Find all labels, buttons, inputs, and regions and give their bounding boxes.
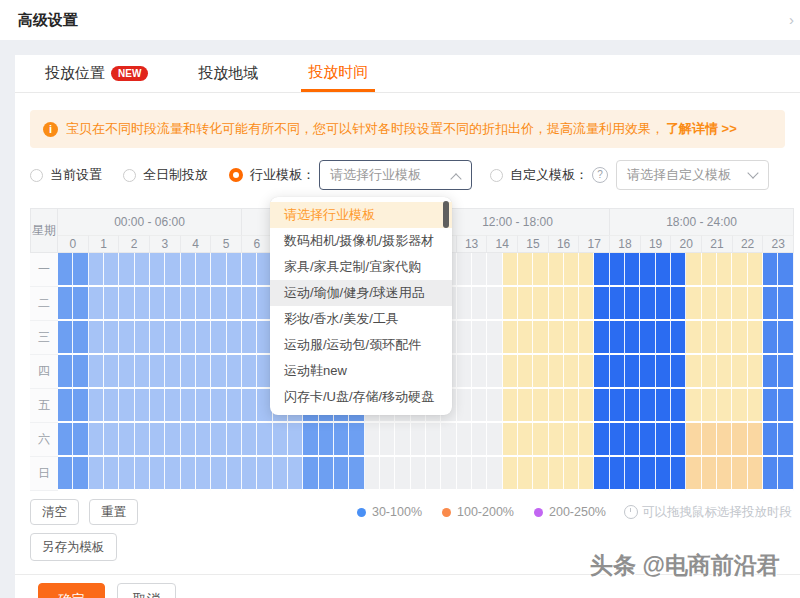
schedule-cell[interactable] (732, 389, 747, 423)
schedule-cell[interactable] (763, 253, 778, 287)
schedule-cell[interactable] (717, 457, 732, 491)
schedule-cell[interactable] (119, 457, 134, 491)
schedule-cell[interactable] (119, 423, 134, 457)
schedule-cell[interactable] (671, 423, 686, 457)
schedule-cell[interactable] (533, 423, 548, 457)
schedule-cell[interactable] (503, 389, 518, 423)
schedule-cell[interactable] (549, 423, 564, 457)
schedule-cell[interactable] (625, 253, 640, 287)
schedule-cell[interactable] (533, 287, 548, 321)
schedule-cell[interactable] (441, 457, 456, 491)
schedule-cell[interactable] (549, 321, 564, 355)
schedule-cell[interactable] (625, 389, 640, 423)
schedule-cell[interactable] (135, 457, 150, 491)
schedule-cell[interactable] (119, 287, 134, 321)
schedule-cell[interactable] (640, 253, 655, 287)
schedule-cell[interactable] (227, 253, 242, 287)
schedule-cell[interactable] (763, 321, 778, 355)
schedule-cell[interactable] (119, 253, 134, 287)
schedule-cell[interactable] (104, 253, 119, 287)
schedule-cell[interactable] (211, 287, 226, 321)
schedule-cell[interactable] (395, 457, 410, 491)
radio-industry-template[interactable] (229, 168, 243, 182)
schedule-cell[interactable] (196, 321, 211, 355)
schedule-cell[interactable] (778, 457, 793, 491)
schedule-cell[interactable] (73, 287, 88, 321)
schedule-cell[interactable] (625, 287, 640, 321)
schedule-cell[interactable] (549, 457, 564, 491)
schedule-cell[interactable] (686, 287, 701, 321)
schedule-cell[interactable] (135, 321, 150, 355)
schedule-cell[interactable] (380, 457, 395, 491)
dropdown-scrollbar[interactable] (443, 201, 449, 228)
schedule-cell[interactable] (610, 423, 625, 457)
schedule-cell[interactable] (579, 355, 594, 389)
schedule-cell[interactable] (135, 287, 150, 321)
schedule-cell[interactable] (411, 423, 426, 457)
schedule-cell[interactable] (472, 457, 487, 491)
schedule-cell[interactable] (58, 321, 73, 355)
schedule-cell[interactable] (686, 321, 701, 355)
custom-template-select[interactable]: 请选择自定义模板 (616, 160, 769, 190)
schedule-cell[interactable] (487, 321, 502, 355)
schedule-cell[interactable] (732, 355, 747, 389)
schedule-cell[interactable] (702, 355, 717, 389)
schedule-cell[interactable] (748, 457, 763, 491)
schedule-cell[interactable] (732, 321, 747, 355)
schedule-cell[interactable] (303, 457, 318, 491)
schedule-cell[interactable] (181, 253, 196, 287)
schedule-cell[interactable] (610, 321, 625, 355)
schedule-cell[interactable] (196, 389, 211, 423)
schedule-cell[interactable] (165, 423, 180, 457)
schedule-cell[interactable] (579, 389, 594, 423)
schedule-cell[interactable] (457, 457, 472, 491)
schedule-cell[interactable] (457, 287, 472, 321)
schedule-cell[interactable] (487, 457, 502, 491)
schedule-cell[interactable] (579, 287, 594, 321)
schedule-cell[interactable] (518, 321, 533, 355)
schedule-cell[interactable] (58, 287, 73, 321)
schedule-cell[interactable] (625, 457, 640, 491)
schedule-cell[interactable] (150, 355, 165, 389)
schedule-cell[interactable] (503, 457, 518, 491)
schedule-cell[interactable] (748, 423, 763, 457)
schedule-cell[interactable] (457, 355, 472, 389)
schedule-cell[interactable] (58, 355, 73, 389)
schedule-cell[interactable] (319, 457, 334, 491)
tab-schedule[interactable]: 投放时间 (301, 55, 375, 92)
schedule-cell[interactable] (150, 253, 165, 287)
dropdown-option[interactable]: 闪存卡/U盘/存储/移动硬盘 (270, 384, 452, 410)
schedule-cell[interactable] (380, 423, 395, 457)
schedule-cell[interactable] (196, 287, 211, 321)
radio-fulltime[interactable] (123, 169, 136, 182)
dropdown-option[interactable]: 彩妆/香水/美发/工具 (270, 306, 452, 332)
schedule-cell[interactable] (503, 423, 518, 457)
schedule-cell[interactable] (717, 287, 732, 321)
industry-template-select[interactable]: 请选择行业模板 (319, 160, 472, 190)
schedule-cell[interactable] (242, 457, 257, 491)
schedule-cell[interactable] (732, 253, 747, 287)
schedule-cell[interactable] (748, 321, 763, 355)
schedule-cell[interactable] (165, 321, 180, 355)
schedule-cell[interactable] (334, 457, 349, 491)
schedule-cell[interactable] (472, 423, 487, 457)
schedule-cell[interactable] (119, 321, 134, 355)
schedule-cell[interactable] (503, 355, 518, 389)
save-as-template-button[interactable]: 另存为模板 (30, 533, 117, 561)
schedule-cell[interactable] (656, 423, 671, 457)
schedule-cell[interactable] (257, 423, 272, 457)
schedule-cell[interactable] (640, 321, 655, 355)
schedule-cell[interactable] (686, 457, 701, 491)
schedule-cell[interactable] (748, 253, 763, 287)
schedule-cell[interactable] (196, 253, 211, 287)
schedule-cell[interactable] (625, 355, 640, 389)
schedule-cell[interactable] (135, 355, 150, 389)
schedule-cell[interactable] (564, 287, 579, 321)
schedule-cell[interactable] (104, 423, 119, 457)
schedule-cell[interactable] (487, 287, 502, 321)
radio-custom-template[interactable] (490, 169, 503, 182)
schedule-cell[interactable] (135, 389, 150, 423)
schedule-cell[interactable] (365, 457, 380, 491)
schedule-cell[interactable] (58, 389, 73, 423)
schedule-cell[interactable] (487, 355, 502, 389)
